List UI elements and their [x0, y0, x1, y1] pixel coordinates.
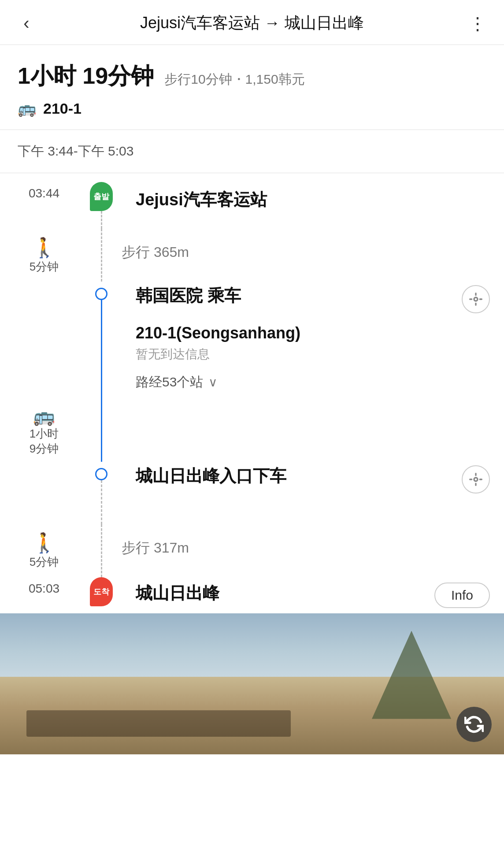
walk2-label: 5分钟: [30, 554, 59, 570]
header: ‹ Jejusi汽车客运站 → 城山日出峰 ⋮: [0, 0, 504, 45]
time-range: 下午 3:44-下午 5:03: [0, 130, 504, 173]
end-node-col: 도착: [88, 577, 115, 613]
alight-location-button[interactable]: [462, 465, 490, 494]
bus-ride-line: [88, 406, 115, 462]
end-time: 05:03: [29, 582, 59, 596]
bus-icon: 🚌: [18, 100, 36, 117]
solid-line-1: [101, 300, 102, 406]
walk1-label: 5分钟: [30, 259, 59, 275]
end-time-col: 05:03: [0, 577, 88, 613]
start-time-col: 03:44: [0, 182, 88, 229]
summary-section: 1小时 19分钟 步行10分钟・1,150韩元 🚌 210-1: [0, 45, 504, 130]
end-pin-label: 도착: [93, 586, 109, 597]
start-station-col: Jejusi汽车客运站: [115, 182, 504, 229]
info-button[interactable]: Info: [434, 583, 490, 608]
walk1-row: 🚶 5分钟 步行 365m: [0, 229, 504, 282]
bus-ride-duration: 1小时9分钟: [30, 427, 59, 456]
end-pin: 도착: [90, 577, 113, 606]
total-duration: 1小时 19分钟: [18, 61, 154, 92]
board-content: 韩国医院 乘车 210-1(Seongsanhang) 暂无到达信息 路经53个…: [115, 282, 504, 406]
dotted-line-4: [101, 524, 102, 577]
dotted-line-3: [101, 480, 102, 524]
end-station-name: 城山日出峰: [136, 583, 219, 604]
walk2-row: 🚶 5分钟 步行 317m: [0, 524, 504, 577]
bus-arrival-info: 暂无到达信息: [136, 346, 490, 363]
walk1-line: [88, 229, 115, 282]
board-station-name: 韩国医院 乘车: [136, 285, 241, 307]
start-pin-label: 출발: [93, 191, 109, 202]
start-station-name: Jejusi汽车客运站: [136, 189, 267, 211]
destination-photo: [0, 613, 504, 754]
dotted-line-2: [101, 229, 102, 282]
board-row: 韩国医院 乘车 210-1(Seongsanhang) 暂无到达信息 路经53个…: [0, 282, 504, 406]
alight-left: [0, 462, 88, 524]
walk2-left: 🚶 5分钟: [0, 524, 88, 577]
alight-circle: [95, 468, 107, 480]
start-node-col: 출발: [88, 182, 115, 229]
location-icon: [469, 292, 483, 306]
bus-stops-label: 路经53个站: [136, 373, 203, 391]
walk1-left: 🚶 5分钟: [0, 229, 88, 282]
chevron-down-icon: ∨: [208, 375, 218, 390]
alight-content: 城山日出峰入口下车: [115, 462, 504, 524]
refresh-icon: [464, 715, 484, 734]
back-button[interactable]: ‹: [14, 13, 39, 33]
svg-point-0: [474, 297, 478, 301]
start-time: 03:44: [29, 186, 59, 200]
bus-number: 210-1: [43, 100, 82, 117]
refresh-button[interactable]: [456, 707, 492, 742]
dotted-line-1: [101, 211, 102, 229]
timeline-start-row: 03:44 출발 Jejusi汽车客运站: [0, 182, 504, 229]
walk2-content: 步行 317m: [115, 524, 504, 577]
walk2-distance: 步行 317m: [122, 538, 189, 558]
board-node: [88, 282, 115, 406]
timeline-end-row: 05:03 도착 城山日出峰 Info: [0, 577, 504, 613]
bus-ride-icon: 🚌: [33, 406, 55, 427]
bus-stops-expand[interactable]: 路经53个站 ∨: [136, 373, 490, 391]
walk2-icon: 🚶: [32, 531, 56, 554]
bus-ride-row: 🚌 1小时9分钟: [0, 406, 504, 462]
timeline: 03:44 출발 Jejusi汽车客运站 🚶 5分钟 步行 365m: [0, 173, 504, 613]
bus-ride-content: [115, 406, 504, 462]
start-pin: 출발: [90, 182, 113, 211]
bus-ride-left: 🚌 1小时9分钟: [0, 406, 88, 462]
summary-details: 步行10分钟・1,150韩元: [164, 70, 304, 89]
svg-point-1: [474, 478, 478, 481]
alight-location-icon: [469, 472, 483, 486]
walk1-content: 步行 365m: [115, 229, 504, 282]
more-button[interactable]: ⋮: [465, 13, 490, 33]
alight-node: [88, 462, 115, 524]
walk2-line: [88, 524, 115, 577]
board-left: [0, 282, 88, 406]
alight-station-name: 城山日出峰入口下车: [136, 465, 286, 487]
walk1-icon: 🚶: [32, 236, 56, 259]
walk1-distance: 步行 365m: [122, 243, 189, 262]
board-circle: [95, 288, 107, 300]
alight-row: 城山日出峰入口下车: [0, 462, 504, 524]
end-station-col: 城山日出峰 Info: [115, 577, 504, 613]
bus-route-name: 210-1(Seongsanhang): [136, 324, 490, 342]
solid-line-2: [101, 406, 102, 462]
board-location-button[interactable]: [462, 285, 490, 313]
page-title: Jejusi汽车客运站 → 城山日出峰: [39, 12, 465, 34]
